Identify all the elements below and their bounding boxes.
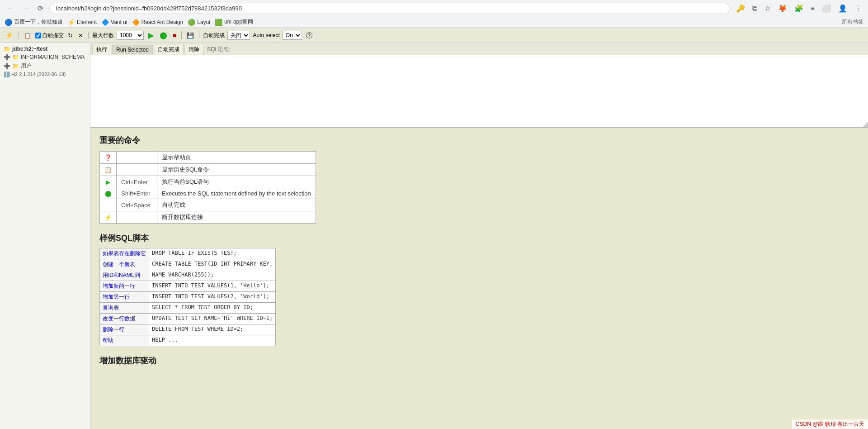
element-icon: ⚡ <box>67 19 75 26</box>
cmd-desc-disconnect: 断开数据库连接 <box>157 211 316 224</box>
menu-icon[interactable]: ⋮ <box>853 3 863 14</box>
db-icon: 📁 <box>4 46 10 52</box>
help-icon-button[interactable]: ? <box>305 32 314 39</box>
commands-table: ❓ 显示帮助页 📋 显示历史SQL命令 ▶ Ctrl+Enter 执行当前SQL… <box>99 151 316 224</box>
all-bookmarks[interactable]: 所有书签 <box>842 18 863 26</box>
sidebar-version: ℹ️ H2 2.1.214 (2022-06-13) <box>0 71 90 78</box>
auto-select-select[interactable]: On Off <box>283 31 302 40</box>
sql-textarea[interactable] <box>90 55 868 127</box>
browser-chrome: ← → ⟳ 🔑 ⧉ ☆ 🦊 🧩 ≡ ⬜ 👤 ⋮ 🔵 百度一下，你就知道 ⚡ El… <box>0 0 868 28</box>
cmd-desc-run-sel: Executes the SQL statement defined by th… <box>157 188 316 199</box>
version-info-icon: ℹ️ <box>4 72 10 77</box>
cmd-shortcut-autocomplete: Ctrl+Space <box>117 199 157 211</box>
bookmark-element[interactable]: ⚡ Element <box>67 19 97 26</box>
sample-label-0[interactable]: 如果表存在删除它 <box>100 248 149 259</box>
run-button[interactable]: ▶ <box>146 30 156 41</box>
auto-complete-tab-button[interactable]: 自动完成 <box>154 44 184 55</box>
important-commands-title: 重要的命令 <box>99 135 859 146</box>
table-row: ▶ Ctrl+Enter 执行当前SQL语句 <box>100 176 316 188</box>
save-icon: 💾 <box>187 32 194 39</box>
sample-sql-4: INSERT INTO TEST VALUES(2, 'World'); <box>149 292 276 303</box>
profile-icon[interactable]: 👤 <box>836 3 849 14</box>
history-icon: 📋 <box>24 32 31 39</box>
clear-result-icon: ✕ <box>78 32 83 39</box>
browser-toolbar: ← → ⟳ 🔑 ⧉ ☆ 🦊 🧩 ≡ ⬜ 👤 ⋮ <box>0 0 868 17</box>
sample-label-7[interactable]: 删除一行 <box>100 324 149 335</box>
sample-sql-2: NAME VARCHAR(255)); <box>149 270 276 281</box>
clear-result-button[interactable]: ✕ <box>77 32 85 39</box>
bookmark-react-ant-label: React Ant Design <box>142 19 184 25</box>
run-tab-button[interactable]: 执行 <box>92 44 111 55</box>
bookmark-uniapp[interactable]: 🟩 uni-app官网 <box>215 18 253 26</box>
tab-icon[interactable]: ⧉ <box>750 4 759 14</box>
window-icon[interactable]: ⬜ <box>820 3 833 14</box>
cmd-desc-history: 显示历史SQL命令 <box>157 164 316 176</box>
sample-label-3[interactable]: 增加新的一行 <box>100 281 149 292</box>
toolbar-separator-3 <box>181 32 182 39</box>
sample-sql-title: 样例SQL脚本 <box>99 233 859 243</box>
add-driver-title: 增加数据库驱动 <box>99 355 859 366</box>
sample-label-6[interactable]: 改变一行数据 <box>100 314 149 324</box>
refresh-button[interactable]: ⟳ <box>35 3 46 14</box>
sidebar-db-connection[interactable]: 📁 jdbc:h2:~/test <box>0 45 90 53</box>
save-button[interactable]: 💾 <box>185 32 195 39</box>
version-label: H2 2.1.214 (2022-06-13) <box>11 72 66 77</box>
run-selection-button[interactable]: ⬤ <box>158 31 169 40</box>
csdn-footer: CSDN @跟 耿瑞 卷出一片天 <box>792 419 868 429</box>
ext3-icon[interactable]: ≡ <box>809 4 816 14</box>
help-content: 重要的命令 ❓ 显示帮助页 📋 显示历史SQL命令 ▶ Ctrl+Enter 执… <box>90 128 868 429</box>
sql-editor <box>90 55 868 128</box>
bookmark-react-ant[interactable]: 🔶 React Ant Design <box>132 19 184 26</box>
forward-button[interactable]: → <box>20 4 32 14</box>
app-toolbar: ⚡ 📋 自动提交 ↻ ✕ 最大行数 100 1000 5000 10000 ▶ … <box>0 28 868 43</box>
history-button[interactable]: 📋 <box>23 32 33 39</box>
auto-complete-select[interactable]: 关闭 开启 <box>227 31 250 40</box>
sample-label-4[interactable]: 增加另一行 <box>100 292 149 303</box>
ext2-icon[interactable]: 🧩 <box>793 3 805 14</box>
cmd-shortcut-help <box>117 152 157 164</box>
sidebar: 📁 jdbc:h2:~/test ➕ 📁 INFORMATION_SCHEMA … <box>0 43 90 429</box>
auto-submit-checkbox[interactable] <box>35 33 41 38</box>
refresh-rows-button[interactable]: ↻ <box>66 32 74 39</box>
bookmark-layui[interactable]: 🟢 Layui <box>188 19 210 26</box>
cmd-shortcut-history <box>117 164 157 176</box>
run-selected-tab-button[interactable]: Run Selected <box>112 45 153 54</box>
auto-complete-toolbar-label: 自动完成 <box>203 32 225 39</box>
cmd-icon-history: 📋 <box>100 164 117 176</box>
sample-label-1[interactable]: 创建一个新表 <box>100 259 149 270</box>
list-item: 删除一行 DELETE FROM TEST WHERE ID=2; <box>100 324 276 335</box>
sample-sql-3: INSERT INTO TEST VALUES(1, 'Hello'); <box>149 281 276 292</box>
cmd-shortcut-run-sel: Shift+Enter <box>117 188 157 199</box>
cmd-icon-disconnect: ⚡ <box>100 211 117 224</box>
stop-button[interactable]: ■ <box>171 31 178 39</box>
bookmark-vant-label: Vant ui <box>111 19 127 25</box>
ext1-icon[interactable]: 🦊 <box>776 3 789 14</box>
max-rows-select[interactable]: 100 1000 5000 10000 <box>117 31 144 40</box>
disconnect-icon: ⚡ <box>5 31 14 39</box>
uniapp-icon: 🟩 <box>215 19 222 26</box>
address-bar[interactable] <box>49 3 731 14</box>
table-row: 📋 显示历史SQL命令 <box>100 164 316 176</box>
sample-label-2[interactable]: 用ID和NAME列 <box>100 270 149 281</box>
bookmark-element-label: Element <box>77 19 97 25</box>
cmd-icon-help: ❓ <box>100 152 117 164</box>
sql-statement-label: SQL语句: <box>204 44 233 55</box>
refresh-icon: ↻ <box>68 32 73 39</box>
sidebar-information-schema[interactable]: ➕ 📁 INFORMATION_SCHEMA <box>0 53 90 61</box>
sidebar-user[interactable]: ➕ 📁 用户 <box>0 61 90 71</box>
sample-sql-6: UPDATE TEST SET NAME='Hi' WHERE ID=1; <box>149 314 276 324</box>
list-item: 增加另一行 INSERT INTO TEST VALUES(2, 'World'… <box>100 292 276 303</box>
sample-sql-0: DROP TABLE IF EXISTS TEST; <box>149 248 276 259</box>
list-item: 增加新的一行 INSERT INTO TEST VALUES(1, 'Hello… <box>100 281 276 292</box>
sample-label-5[interactable]: 查询表 <box>100 303 149 314</box>
cmd-icon-autocomplete <box>100 199 117 211</box>
bookmark-baidu[interactable]: 🔵 百度一下，你就知道 <box>5 18 63 26</box>
back-button[interactable]: ← <box>5 4 16 14</box>
sample-label-8[interactable]: 帮助 <box>100 335 149 346</box>
disconnect-button[interactable]: ⚡ <box>4 31 15 40</box>
auto-submit-checkbox-label[interactable]: 自动提交 <box>35 32 64 39</box>
key-icon[interactable]: 🔑 <box>734 3 747 14</box>
bookmark-vant[interactable]: 🔷 Vant ui <box>101 19 127 26</box>
star-icon[interactable]: ☆ <box>763 3 773 14</box>
clear-tab-button[interactable]: 清除 <box>184 44 203 55</box>
